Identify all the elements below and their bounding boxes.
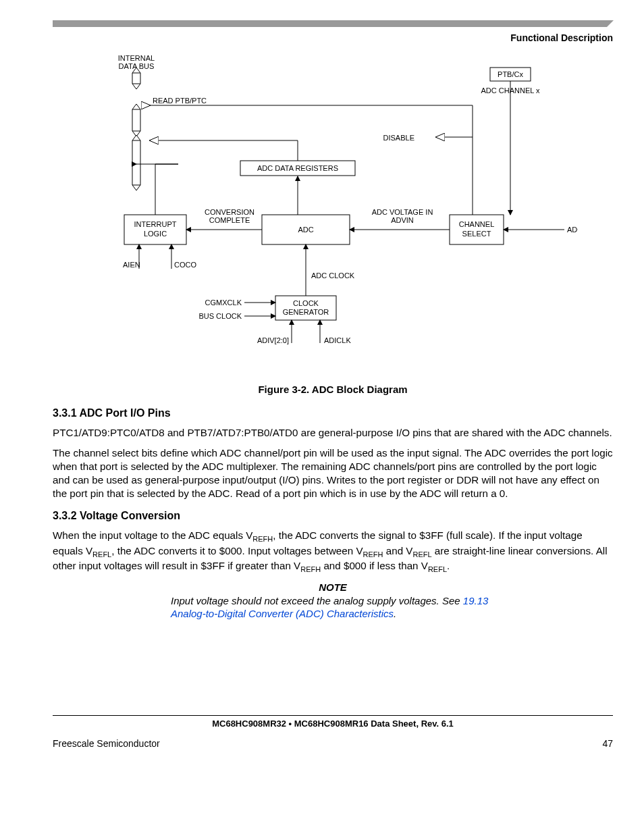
label-ptb-cx: PTB/Cx	[498, 70, 523, 78]
label-disable: DISABLE	[383, 134, 414, 142]
figure-caption: Figure 3-2. ADC Block Diagram	[53, 384, 613, 395]
bus-segment-3	[132, 135, 140, 190]
para-adc-port-1: PTC1/ATD9:PTC0/ATD8 and PTB7/ATD7:PTB0/A…	[53, 426, 613, 440]
heading-voltage-conversion: 3.3.2 Voltage Conversion	[53, 510, 613, 522]
section-header: Functional Description	[53, 32, 613, 43]
para-adc-port-2: The channel select bits define which ADC…	[53, 446, 613, 500]
label-adch: ADCH[4:0]	[567, 226, 578, 234]
footer-vendor: Freescale Semiconductor	[53, 738, 160, 749]
label-aien: AIEN	[123, 261, 140, 269]
footer: MC68HC908MR32 • MC68HC908MR16 Data Sheet…	[53, 715, 613, 749]
label-interrupt-logic-1: INTERRUPT	[134, 220, 177, 228]
label-clock-gen-1: CLOCK	[293, 299, 319, 307]
note-title: NOTE	[53, 581, 613, 593]
footer-doc-title: MC68HC908MR32 • MC68HC908MR16 Data Sheet…	[53, 719, 613, 729]
heading-adc-port-io-pins: 3.3.1 ADC Port I/O Pins	[53, 407, 613, 419]
label-internal-data-bus: INTERNAL	[118, 54, 155, 62]
label-adiv: ADIV[2:0]	[257, 336, 289, 344]
label-read-ptb-ptc: READ PTB/PTC	[153, 97, 207, 105]
note-body: Input voltage should not exceed the anal…	[171, 594, 495, 621]
label-channel-select-2: SELECT	[462, 230, 491, 238]
label-interrupt-logic-2: LOGIC	[144, 230, 167, 238]
label-advin: ADVIN	[391, 216, 414, 224]
label-adc: ADC	[298, 226, 313, 234]
para-voltage-conversion: When the input voltage to the ADC equals…	[53, 529, 613, 575]
label-conv-complete-1: CONVERSION	[205, 208, 254, 216]
label-adc-clock: ADC CLOCK	[311, 271, 355, 280]
page-header-bar	[53, 20, 613, 27]
bus-segment-2	[132, 104, 140, 136]
label-adc-data-regs: ADC DATA REGISTERS	[257, 164, 338, 172]
label-coco: COCO	[174, 261, 196, 269]
label-conv-complete-2: COMPLETE	[209, 216, 250, 224]
label-bus-clock: BUS CLOCK	[198, 312, 242, 320]
label-adc-voltage-in: ADC VOLTAGE IN	[372, 208, 433, 216]
label-clock-gen-2: GENERATOR	[283, 308, 329, 316]
adc-block-diagram: .lbl { font-size: 11px; } .box { fill: #…	[92, 53, 613, 377]
label-channel-select-1: CHANNEL	[459, 220, 495, 228]
footer-page-number: 47	[602, 738, 613, 749]
label-adiclk: ADICLK	[324, 336, 351, 344]
label-cgmxclk: CGMXCLK	[205, 298, 242, 307]
bus-segment	[132, 68, 140, 89]
